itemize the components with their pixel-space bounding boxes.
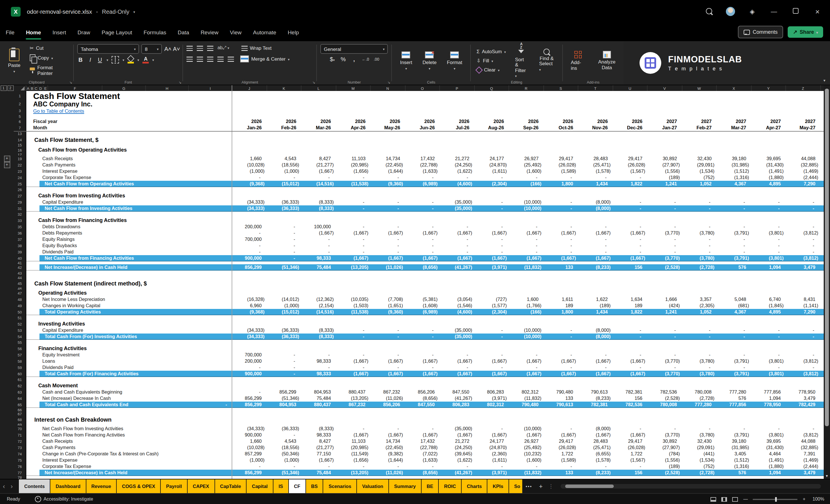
cell[interactable]: (727) bbox=[475, 297, 509, 302]
cell[interactable]: (1,667) bbox=[371, 359, 405, 364]
cell[interactable]: (27,907) bbox=[647, 162, 682, 168]
row-header-42[interactable]: 42 bbox=[14, 264, 26, 271]
cell[interactable]: 133 bbox=[544, 396, 578, 401]
cell[interactable]: - bbox=[301, 352, 336, 357]
cell[interactable]: (3,770) bbox=[647, 433, 682, 438]
scroll-down-arrow-icon[interactable]: ▼ bbox=[824, 474, 830, 478]
cell[interactable]: - bbox=[336, 243, 371, 248]
cell[interactable]: (41,267) bbox=[440, 470, 475, 475]
cell[interactable]: - bbox=[301, 243, 336, 248]
cell[interactable]: 2027 bbox=[786, 119, 821, 124]
cell[interactable]: (3,054) bbox=[440, 297, 475, 302]
cell[interactable]: 806,283 bbox=[440, 402, 475, 407]
align-bottom-icon[interactable] bbox=[207, 45, 213, 51]
cell[interactable]: - bbox=[301, 237, 336, 242]
sheet-tab-be[interactable]: BE bbox=[422, 479, 439, 493]
cell[interactable]: - bbox=[682, 206, 717, 211]
tab-bar-splitter[interactable]: ⋮ bbox=[546, 479, 556, 493]
cell[interactable]: (36,333) bbox=[267, 206, 301, 211]
menu-home[interactable]: Home bbox=[20, 23, 47, 41]
cell[interactable]: (1,667) bbox=[301, 458, 336, 463]
cell[interactable]: (1,644) bbox=[371, 458, 405, 463]
cell[interactable]: (31,430) bbox=[752, 445, 786, 450]
cell[interactable]: (10,035) bbox=[336, 297, 371, 302]
cell[interactable]: (7,708) bbox=[371, 297, 405, 302]
cell[interactable]: (1,491) bbox=[752, 169, 786, 174]
cell[interactable]: (189) bbox=[647, 175, 682, 180]
cell[interactable]: 1,052 bbox=[682, 309, 717, 314]
cell[interactable]: 8,427 bbox=[301, 156, 336, 161]
column-header-V[interactable]: V bbox=[647, 85, 682, 91]
column-header-I[interactable]: I bbox=[189, 85, 232, 91]
cell[interactable]: 4,367 bbox=[717, 181, 752, 186]
cell[interactable]: - bbox=[232, 249, 267, 255]
cell[interactable]: (35,000) bbox=[440, 206, 475, 211]
sheet-tab-contents[interactable]: Contents bbox=[19, 479, 50, 493]
align-right-icon[interactable] bbox=[207, 56, 213, 62]
cell[interactable]: 782,381 bbox=[613, 389, 647, 395]
cell[interactable]: 39,180 bbox=[717, 439, 752, 444]
row-header-71[interactable]: 71 bbox=[14, 432, 26, 438]
cell[interactable]: (1,667) bbox=[371, 230, 405, 236]
cell[interactable]: - bbox=[786, 334, 821, 339]
cell[interactable]: (22,788) bbox=[405, 445, 440, 450]
cell[interactable]: 1,800 bbox=[544, 181, 578, 186]
cell[interactable]: (189) bbox=[578, 303, 613, 308]
cell[interactable]: (9,368) bbox=[232, 181, 267, 186]
sheet-tab-kpis[interactable]: KPIs bbox=[488, 479, 509, 493]
cell[interactable]: (8,000) bbox=[578, 334, 613, 339]
cell[interactable]: Jun-26 bbox=[405, 125, 440, 130]
cell[interactable]: (1,667) bbox=[440, 359, 475, 364]
cell[interactable]: (3,770) bbox=[647, 230, 682, 236]
cell[interactable]: (26,028) bbox=[613, 445, 647, 450]
underline-button[interactable]: U bbox=[97, 57, 103, 63]
cell[interactable]: 2026 bbox=[371, 119, 405, 124]
font-color-button[interactable]: A bbox=[143, 56, 149, 63]
cell[interactable]: May-27 bbox=[786, 125, 821, 130]
cell[interactable]: - bbox=[336, 249, 371, 255]
cell[interactable]: - bbox=[336, 426, 371, 431]
cell[interactable]: - bbox=[647, 352, 682, 357]
cell[interactable]: - bbox=[752, 334, 786, 339]
row-header-27[interactable]: 27 bbox=[14, 192, 26, 199]
cell[interactable]: 804,953 bbox=[301, 389, 336, 395]
cell[interactable]: - bbox=[336, 328, 371, 333]
row-header-61[interactable]: 61 bbox=[14, 377, 26, 382]
cell[interactable]: (9,360) bbox=[371, 181, 405, 186]
cell[interactable]: (13,205) bbox=[336, 264, 371, 270]
row-header-76[interactable]: 76 bbox=[14, 463, 26, 470]
cell[interactable]: - bbox=[336, 334, 371, 339]
cell[interactable]: (1,667) bbox=[578, 433, 613, 438]
cell[interactable]: - bbox=[682, 365, 717, 370]
cell[interactable]: - bbox=[267, 249, 301, 255]
row-header-51[interactable]: 51 bbox=[14, 315, 26, 320]
column-header-E[interactable]: E bbox=[43, 85, 48, 91]
decrease-indent-icon[interactable] bbox=[217, 56, 224, 62]
cell[interactable]: 777,280 bbox=[717, 389, 752, 395]
row-header-66[interactable]: 66 bbox=[14, 408, 26, 412]
cell[interactable]: - bbox=[440, 243, 475, 248]
cell[interactable]: - bbox=[544, 200, 578, 205]
sheet-tab-dashboard[interactable]: Dashboard bbox=[51, 479, 86, 493]
cell[interactable]: - bbox=[578, 464, 613, 469]
cell[interactable]: (1,667) bbox=[613, 230, 647, 236]
cell[interactable]: (1,567) bbox=[613, 458, 647, 463]
cell[interactable]: 17,432 bbox=[405, 156, 440, 161]
cell[interactable]: - bbox=[475, 352, 509, 357]
cell[interactable]: 778,950 bbox=[786, 389, 821, 395]
minimize-button[interactable]: — bbox=[769, 8, 778, 15]
cell[interactable]: 29,417 bbox=[613, 156, 647, 161]
row-header-22[interactable]: 22 bbox=[14, 162, 26, 168]
cell[interactable]: (1,667) bbox=[613, 433, 647, 438]
column-header-W[interactable]: W bbox=[682, 85, 717, 91]
cell[interactable]: (1,633) bbox=[405, 458, 440, 463]
cell[interactable]: (1,534) bbox=[682, 458, 717, 463]
cell[interactable]: - bbox=[717, 328, 752, 333]
cell[interactable]: (3,791) bbox=[717, 359, 752, 364]
cell[interactable]: (1,667) bbox=[509, 371, 544, 376]
cell[interactable]: - bbox=[786, 224, 821, 229]
cell[interactable]: (1,567) bbox=[613, 169, 647, 174]
cell[interactable]: - bbox=[509, 243, 544, 248]
vertical-scrollbar[interactable]: ▼ bbox=[824, 85, 830, 479]
horizontal-scrollbar-thumb[interactable] bbox=[565, 484, 613, 488]
